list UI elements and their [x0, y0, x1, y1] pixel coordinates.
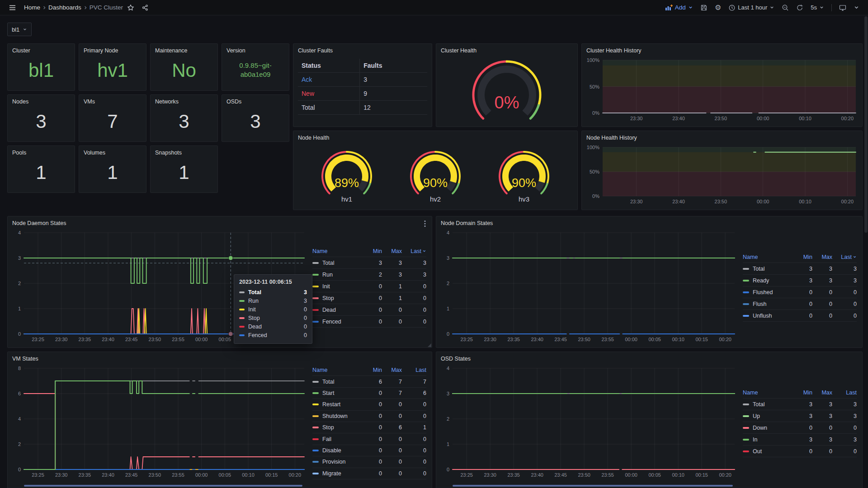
panel-title[interactable]: VM States	[8, 352, 432, 362]
legend-col-name[interactable]: Name	[743, 389, 793, 396]
legend-col-last[interactable]: Last	[402, 367, 426, 373]
legend-col-min[interactable]: Min	[793, 254, 812, 260]
panel-title[interactable]: Snapshots	[151, 146, 217, 156]
nav-collapse-button[interactable]	[850, 1, 863, 14]
add-panel-button[interactable]: Add	[662, 1, 696, 14]
favorite-star-button[interactable]	[124, 1, 137, 14]
panel-title[interactable]: Nodes	[8, 95, 75, 105]
chart-scrollbar[interactable]	[24, 485, 302, 487]
panel-title[interactable]: Volumes	[79, 146, 146, 156]
time-range-button[interactable]: Last 1 hour	[725, 1, 778, 14]
legend-series-name[interactable]: Fenced	[312, 319, 362, 325]
legend-col-min[interactable]: Min	[362, 248, 382, 254]
legend-series-name[interactable]: Stop	[312, 424, 362, 431]
legend-series-name[interactable]: Stop	[312, 295, 362, 301]
legend-series-name[interactable]: Fail	[312, 436, 362, 442]
panel-title[interactable]: VMs	[79, 95, 146, 105]
legend-series-name[interactable]: Unflush	[743, 313, 793, 319]
legend-series-name[interactable]: Flushed	[743, 289, 793, 296]
share-button[interactable]	[138, 1, 152, 14]
legend-series-name[interactable]: Dead	[312, 307, 362, 313]
legend-series-name[interactable]: Total	[743, 266, 793, 272]
panel-title[interactable]: Maintenance	[151, 44, 217, 54]
node-health-history-chart[interactable]: 0%50%100%23:3023:4023:5000:0000:1000:20	[585, 144, 859, 206]
legend-series-name[interactable]: Migrate	[312, 470, 362, 477]
refresh-interval-button[interactable]: 5s	[807, 1, 827, 14]
panel-title[interactable]: Node Health History	[582, 131, 862, 141]
svg-text:00:15: 00:15	[695, 472, 708, 478]
panel-title[interactable]: Node Daemon States	[8, 216, 432, 227]
save-dashboard-button[interactable]	[697, 1, 711, 14]
menu-toggle-button[interactable]	[5, 1, 19, 14]
vm_states-svg[interactable]: 0246823:2523:3023:3523:4023:4523:5023:55…	[10, 365, 308, 479]
legend-col-name[interactable]: Name	[743, 254, 793, 260]
panel-title[interactable]: Node Domain States	[436, 216, 862, 227]
legend-col-max[interactable]: Max	[812, 389, 832, 396]
legend-series-name[interactable]: Up	[743, 413, 793, 419]
panel-title[interactable]: OSD States	[436, 352, 862, 362]
dashboard-scrollbar[interactable]	[864, 16, 868, 487]
faults-col-faults[interactable]: Faults	[359, 59, 427, 72]
svg-text:00:05: 00:05	[648, 472, 661, 478]
legend-series-name[interactable]: Down	[743, 425, 793, 431]
refresh-button[interactable]	[793, 1, 807, 14]
legend-col-min[interactable]: Min	[362, 367, 382, 373]
cluster_health_history-svg[interactable]: 0%50%100%23:3023:4023:5000:0000:1000:20	[585, 56, 859, 123]
zoom-out-button[interactable]	[778, 1, 792, 14]
legend-col-name[interactable]: Name	[312, 248, 362, 254]
legend-series-name[interactable]: Out	[743, 448, 793, 455]
panel-title[interactable]: Cluster Health	[436, 44, 577, 54]
legend-series-name[interactable]: Run	[312, 272, 362, 278]
legend-series-name[interactable]: Init	[312, 283, 362, 290]
legend-col-last[interactable]: Last	[832, 389, 857, 396]
legend-col-max[interactable]: Max	[812, 254, 832, 260]
vm-states-chart[interactable]: 0246823:2523:3023:3523:4023:4523:5023:55…	[10, 365, 308, 479]
legend-series-name[interactable]: Shutdown	[312, 413, 362, 419]
panel-title[interactable]: Pools	[8, 146, 75, 156]
node_health_history-svg[interactable]: 0%50%100%23:3023:4023:5000:0000:1000:20	[585, 144, 859, 206]
osd_states-svg[interactable]: 0123423:2523:3023:3523:4023:4523:5023:55…	[439, 365, 738, 479]
panel-title[interactable]: Version	[222, 44, 289, 54]
panel-title[interactable]: Primary Node	[79, 44, 146, 54]
faults-col-status[interactable]: Status	[298, 62, 359, 69]
tooltip-series-value: 0	[297, 315, 307, 321]
legend-series-name[interactable]: Total	[312, 379, 362, 385]
legend-series-name[interactable]: Flush	[743, 301, 793, 307]
panel-title[interactable]: Networks	[151, 95, 217, 105]
legend-series-name[interactable]: Restart	[312, 401, 362, 408]
node_domain-svg[interactable]: 0123423:2523:3023:3523:4023:4523:5023:55…	[439, 229, 738, 344]
osd-states-chart[interactable]: 0123423:2523:3023:3523:4023:4523:5023:55…	[439, 365, 738, 479]
legend-series-name[interactable]: Provision	[312, 459, 362, 465]
legend-series-name[interactable]: Disable	[312, 447, 362, 454]
legend-col-last[interactable]: Last	[402, 248, 426, 254]
panel-title[interactable]: Node Health	[293, 131, 577, 141]
legend-min: 3	[793, 401, 812, 408]
legend-series-name[interactable]: Total	[743, 401, 793, 408]
chart-scrollbar[interactable]	[453, 485, 733, 487]
series-color-swatch	[312, 262, 319, 264]
legend-series-name[interactable]: Ready	[743, 277, 793, 284]
legend-col-name[interactable]: Name	[312, 367, 362, 373]
legend-col-last[interactable]: Last	[832, 254, 857, 260]
panel-resize-handle[interactable]	[428, 343, 431, 347]
breadcrumb-dashboards[interactable]: Dashboards	[48, 4, 81, 11]
legend-series-name[interactable]: Total	[312, 260, 362, 266]
kiosk-mode-button[interactable]	[836, 1, 849, 14]
legend-col-min[interactable]: Min	[793, 389, 812, 396]
legend-series-name[interactable]: In	[743, 436, 793, 443]
legend-col-max[interactable]: Max	[382, 248, 402, 254]
legend-col-max[interactable]: Max	[382, 367, 402, 373]
dashboard-settings-button[interactable]: ⚙	[712, 1, 724, 14]
scrollbar-thumb[interactable]	[864, 16, 868, 233]
panel-title[interactable]: Cluster Faults	[293, 44, 432, 54]
tooltip-row: Fenced0	[239, 331, 307, 339]
panel-title[interactable]: Cluster Health History	[582, 44, 862, 54]
cluster-health-history-chart[interactable]: 0%50%100%23:3023:4023:5000:0000:1000:20	[585, 56, 859, 123]
breadcrumb-home[interactable]: Home	[24, 4, 40, 11]
node-domain-states-chart[interactable]: 0123423:2523:3023:3523:4023:4523:5023:55…	[439, 229, 738, 344]
panel-menu-button[interactable]	[422, 219, 428, 229]
panel-title[interactable]: OSDs	[222, 95, 289, 105]
variable-selector-cluster[interactable]: bl1	[7, 23, 32, 36]
legend-series-name[interactable]: Start	[312, 390, 362, 396]
panel-title[interactable]: Cluster	[8, 44, 75, 54]
